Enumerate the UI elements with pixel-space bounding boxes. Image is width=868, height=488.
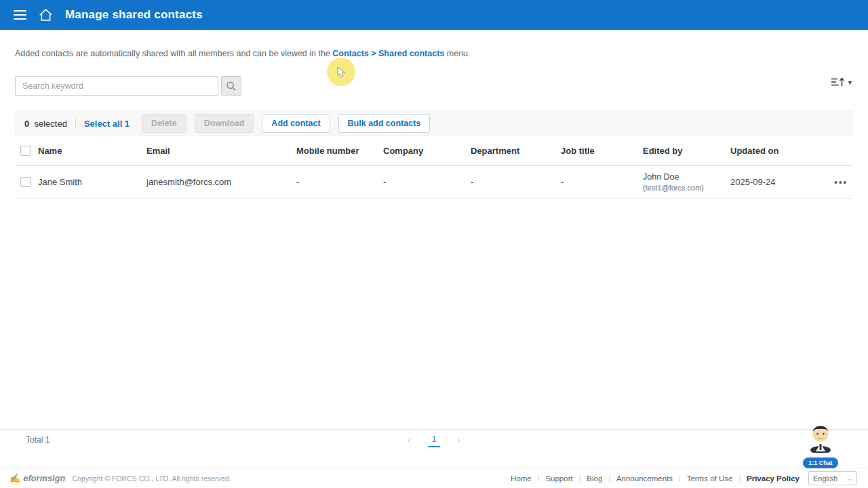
footer-link-privacy[interactable]: Privacy Policy [747,474,800,483]
chat-badge[interactable]: 1:1 Chat [802,457,839,469]
col-header-mobile: Mobile number [296,146,383,156]
notice-text: Added contacts are automatically shared … [15,49,853,58]
footer-link-support[interactable]: Support [545,474,572,483]
menu-icon[interactable] [14,10,26,20]
total-count: Total 1 [26,435,50,445]
select-all-checkbox[interactable] [20,146,31,156]
contacts-table: Name Email Mobile number Company Departm… [15,136,853,199]
next-page-icon[interactable]: › [458,434,461,445]
manage-shared-contacts-page: Manage shared contacts Added contacts ar… [0,0,868,488]
language-select[interactable]: English ⌄ [808,471,857,485]
language-value: English [813,474,837,483]
contact-company: - [383,177,471,187]
footer-link-home[interactable]: Home [511,474,532,483]
pen-icon: ✍ [9,473,20,483]
selection-toolbar: 0 selected Select all 1 Delete Download … [15,110,853,136]
sort-icon [831,77,845,87]
chat-avatar [807,424,834,453]
notice-after: menu. [444,49,470,58]
selected-count-value: 0 [24,119,29,129]
row-more-menu-button[interactable]: ••• [834,177,848,187]
table-row[interactable]: Jane Smith janesmith@forcs.com - - - - J… [15,166,853,199]
col-header-job-title: Job title [561,146,643,156]
col-header-department: Department [471,146,561,156]
edited-by-email: (test1@forcs.com) [643,184,730,192]
site-footer: ✍ eformsign Copyright © FORCS CO., LTD. … [0,449,868,488]
current-page[interactable]: 1 [428,432,439,447]
selected-count: 0 selected [24,119,67,129]
contact-mobile: - [296,177,383,187]
download-button[interactable]: Download [195,114,254,133]
delete-button[interactable]: Delete [142,114,186,133]
logo-wordmark: eformsign [23,474,65,483]
sort-control[interactable]: ▼ [831,77,853,87]
col-header-email: Email [146,146,296,156]
chat-widget[interactable]: 1:1 Chat [802,424,840,469]
toolbar-divider [75,118,76,129]
table-header-row: Name Email Mobile number Company Departm… [15,136,853,166]
col-header-updated-on: Updated on [730,146,821,156]
add-contact-button[interactable]: Add contact [262,114,330,133]
list-footer: Total 1 ‹ 1 › [0,429,868,449]
pagination: ‹ 1 › [408,432,461,447]
contact-job-title: - [561,177,643,187]
edited-by-name: John Doe [643,172,730,182]
shared-contacts-link[interactable]: Contacts > Shared contacts [332,49,444,58]
bulk-add-contacts-button[interactable]: Bulk add contacts [338,114,431,133]
row-checkbox[interactable] [20,177,31,187]
eformsign-logo: ✍ eformsign [9,473,65,483]
footer-links: Home| Support| Blog| Announcements| Term… [511,471,857,485]
search-input[interactable] [15,76,218,96]
col-header-name: Name [38,146,62,156]
search-icon [226,81,237,92]
contact-department: - [471,177,561,187]
select-all-link[interactable]: Select all 1 [84,119,130,129]
prev-page-icon[interactable]: ‹ [408,434,411,445]
copyright-text: Copyright © FORCS CO., LTD. All rights r… [72,474,231,483]
col-header-edited-by: Edited by [643,146,730,156]
search-button[interactable] [221,76,241,96]
footer-link-announcements[interactable]: Announcements [616,474,673,483]
col-header-company: Company [383,146,471,156]
footer-link-blog[interactable]: Blog [587,474,602,483]
contact-updated-on: 2025-09-24 [730,177,821,187]
search-row: ▼ [15,76,853,96]
notice-before: Added contacts are automatically shared … [15,49,332,58]
contact-name: Jane Smith [38,177,82,187]
home-icon[interactable] [39,8,53,22]
selected-count-label: selected [34,119,66,129]
chevron-down-icon: ⌄ [847,475,852,482]
page-title: Manage shared contacts [65,8,203,22]
top-bar: Manage shared contacts [0,0,868,30]
sort-caret-icon: ▼ [847,79,853,86]
contact-email: janesmith@forcs.com [146,177,296,187]
footer-link-terms[interactable]: Terms of Use [687,474,733,483]
contact-edited-by: John Doe (test1@forcs.com) [643,172,730,192]
